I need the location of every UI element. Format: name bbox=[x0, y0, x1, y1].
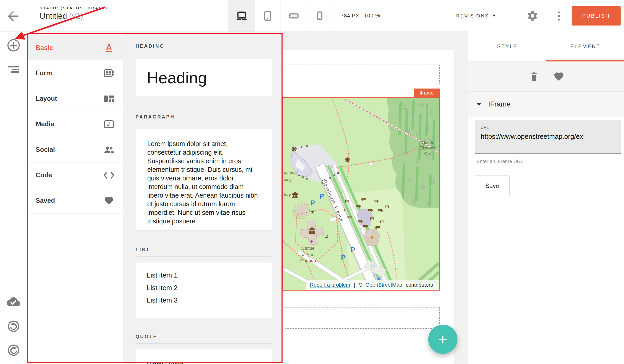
divider bbox=[136, 124, 272, 124]
plus-icon: + bbox=[438, 330, 447, 348]
phone-landscape-icon bbox=[288, 10, 299, 21]
category-form[interactable]: Form bbox=[27, 60, 123, 86]
svg-text:Queen: Queen bbox=[422, 140, 434, 145]
section-label-list: LIST bbox=[136, 247, 150, 253]
category-layout[interactable]: Layout bbox=[27, 86, 123, 111]
bandstand bbox=[295, 205, 308, 217]
delete-element-button[interactable] bbox=[529, 71, 539, 82]
undo-icon bbox=[7, 319, 20, 333]
save-to-favorites-button[interactable] bbox=[553, 71, 564, 82]
reorder-icon bbox=[8, 66, 19, 67]
media-icon bbox=[103, 119, 114, 130]
gear-icon bbox=[527, 10, 539, 22]
device-phone-landscape-button[interactable] bbox=[280, 0, 307, 32]
viewport-width-value: 784 PX bbox=[341, 13, 359, 19]
back-arrow-icon bbox=[6, 9, 20, 23]
iframe-map-embed[interactable]: P P P P P P Queen Elizabeth Oak Statue o… bbox=[283, 97, 440, 291]
divider bbox=[35, 5, 35, 27]
svg-text:Gagarin: Gagarin bbox=[300, 258, 316, 263]
category-social[interactable]: Social bbox=[27, 137, 123, 162]
list-item-preview: List item 3 bbox=[147, 296, 272, 309]
svg-text:P: P bbox=[341, 254, 346, 262]
form-icon bbox=[103, 68, 114, 79]
url-helper-text: Enter an iFrame URL bbox=[476, 159, 523, 164]
device-preview-switcher bbox=[228, 0, 333, 32]
category-code[interactable]: Code bbox=[27, 162, 123, 188]
laptop-icon bbox=[236, 10, 248, 22]
svg-text:P: P bbox=[371, 263, 375, 270]
inspector-tabs: STYLE ELEMENT bbox=[468, 32, 624, 61]
svg-text:ding: ding bbox=[284, 177, 292, 182]
tab-style[interactable]: STYLE bbox=[468, 32, 546, 61]
zoom-level-value: 100 % bbox=[364, 13, 380, 19]
report-problem-link[interactable]: Report a problem bbox=[310, 282, 350, 288]
iframe-element-badge[interactable]: iframe bbox=[414, 89, 440, 97]
list-item-preview: List item 2 bbox=[147, 284, 272, 296]
phone-portrait-icon bbox=[315, 11, 325, 21]
category-basic[interactable]: Basic A bbox=[27, 35, 123, 60]
layers-reorder-button[interactable] bbox=[8, 65, 19, 74]
kebab-icon bbox=[558, 11, 560, 13]
publish-button[interactable]: PUBLISH bbox=[572, 6, 621, 26]
heading-element-card[interactable]: Heading bbox=[136, 59, 272, 96]
svg-text:Statue: Statue bbox=[302, 246, 314, 251]
svg-text:of Yuri: of Yuri bbox=[302, 252, 314, 257]
quote-preview: Block Quote bbox=[147, 360, 272, 364]
list-item-preview: List item 1 bbox=[147, 271, 272, 284]
svg-text:P: P bbox=[319, 192, 324, 200]
iframe-settings-section[interactable]: IFrame bbox=[468, 92, 624, 117]
divider bbox=[136, 53, 272, 53]
page-title[interactable]: Untitled bbox=[40, 11, 67, 21]
revisions-label: REVISIONS bbox=[456, 13, 489, 19]
url-field-value: https://www.openstreetmap.org/ex bbox=[481, 133, 583, 141]
chevron-down-icon bbox=[477, 103, 481, 106]
svg-text:P: P bbox=[310, 199, 315, 207]
page-status: STATIC (STATUS: DRAFT) bbox=[40, 6, 108, 10]
category-saved[interactable]: Saved bbox=[27, 188, 123, 214]
top-bar: STATIC (STATUS: DRAFT) Untitled(v1) bbox=[0, 0, 624, 32]
section-label-paragraph: PARAGRAPH bbox=[136, 114, 175, 120]
left-toolbar bbox=[0, 32, 27, 364]
device-desktop-button[interactable] bbox=[228, 0, 254, 32]
map-attribution: Report a problem | © OpenStreetMap contr… bbox=[310, 282, 433, 288]
tab-element[interactable]: ELEMENT bbox=[546, 32, 624, 61]
settings-button[interactable] bbox=[527, 10, 539, 22]
people-icon bbox=[103, 144, 114, 155]
redo-button[interactable] bbox=[7, 343, 20, 357]
more-options-button[interactable] bbox=[556, 10, 562, 22]
viewport-size-indicator: 784 PX 100 % bbox=[333, 0, 388, 32]
empty-drop-zone[interactable] bbox=[285, 307, 440, 329]
element-category-panel: Basic A Form bbox=[27, 32, 123, 364]
url-field-label: URL bbox=[481, 125, 621, 130]
heart-icon bbox=[103, 195, 114, 206]
openstreetmap-map: P P P P P P Queen Elizabeth Oak Statue o… bbox=[283, 98, 439, 290]
device-phone-portrait-button[interactable] bbox=[307, 0, 333, 32]
list-element-card[interactable]: List item 1 List item 2 List item 3 bbox=[136, 262, 272, 318]
page-builder-app: STATIC (STATUS: DRAFT) Untitled(v1) bbox=[0, 0, 624, 364]
openstreetmap-link[interactable]: OpenStreetMap bbox=[365, 282, 402, 288]
tablet-icon bbox=[262, 10, 273, 21]
paragraph-element-card[interactable]: Lorem ipsum dolor sit amet, consectetur … bbox=[136, 129, 272, 231]
save-button[interactable]: Save bbox=[475, 175, 510, 196]
plus-circle-icon bbox=[7, 39, 20, 52]
divider bbox=[136, 343, 272, 344]
text-a-icon: A bbox=[103, 42, 114, 53]
add-element-button[interactable] bbox=[7, 39, 20, 52]
svg-text:P: P bbox=[351, 246, 355, 254]
heart-icon bbox=[553, 71, 564, 82]
device-tablet-button[interactable] bbox=[254, 0, 280, 32]
trash-icon bbox=[529, 71, 539, 82]
category-media[interactable]: Media bbox=[27, 111, 123, 137]
add-section-fab[interactable]: + bbox=[428, 325, 457, 354]
chevron-down-icon bbox=[492, 15, 496, 17]
element-library-panel: HEADING Heading PARAGRAPH Lorem ipsum do… bbox=[123, 32, 283, 364]
iframe-url-input[interactable]: URL https://www.openstreetmap.org/ex bbox=[475, 120, 621, 154]
divider bbox=[388, 5, 388, 27]
page-title-block: STATIC (STATUS: DRAFT) Untitled(v1) bbox=[40, 6, 108, 21]
empty-drop-zone[interactable] bbox=[285, 65, 440, 84]
svg-text:Elizabeth: Elizabeth bbox=[419, 146, 437, 150]
back-button[interactable] bbox=[6, 9, 20, 23]
quote-element-card[interactable]: Block Quote bbox=[136, 349, 272, 364]
undo-button[interactable] bbox=[7, 319, 20, 333]
revisions-dropdown[interactable]: REVISIONS bbox=[456, 0, 496, 32]
